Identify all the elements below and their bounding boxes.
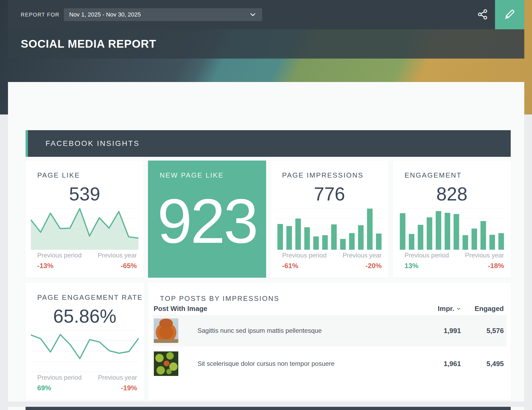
column-header-post: Post With Image [154,305,207,313]
kpi-card-row: PAGE LIKE 539 Previous period Previous y… [26,161,511,278]
share-button[interactable] [476,8,489,21]
next-section-sheet [8,407,524,410]
post-impressions-value: 1,961 [444,348,461,379]
prev-year-label: Previous year [343,252,382,259]
share-icon [477,17,489,21]
kpi-value: 828 [393,183,511,205]
chevron-down-icon [249,11,256,18]
prev-period-label: Previous period [37,252,82,259]
table-row[interactable]: Sagittis nunc sed ipsum mattis pellentes… [153,315,507,346]
kpi-value: 65.86% [26,306,144,327]
toolbar: REPORT FOR Nov 1, 2025 - Nov 30, 2025 [8,0,524,29]
post-thumbnail-image [154,351,178,376]
prev-year-delta: -18% [488,262,504,270]
post-text: Sit scelerisque dolor cursus non tempor … [197,348,335,379]
kpi-card-new-page-like: NEW PAGE LIKE 923 [148,161,266,278]
chevron-down-icon [456,305,461,313]
page-like-area-chart [31,208,138,250]
prev-year-delta: -20% [365,262,382,270]
prev-year-delta: -19% [121,384,137,392]
column-header-impressions-label: Impr. [438,305,454,313]
engagement-rate-line-chart [31,330,139,372]
prev-period-label: Previous period [282,252,327,259]
report-title-band: SOCIAL MEDIA REPORT [8,29,524,59]
kpi-value: 923 [148,190,266,252]
engagement-bar-chart [398,208,506,250]
prev-period-label: Previous period [405,252,449,259]
next-section-header-bar [26,407,511,410]
date-range-dropdown[interactable]: Nov 1, 2025 - Nov 30, 2025 [64,8,262,21]
kpi-card-engagement: ENGAGEMENT 828 Previous period Previous … [393,161,511,278]
prev-year-label: Previous year [465,252,504,259]
prev-year-label: Previous year [98,374,137,381]
prev-period-delta: -13% [37,262,53,270]
pencil-icon [503,18,517,22]
kpi-card-page-impressions: PAGE IMPRESSIONS 776 Previous period Pre… [270,161,389,278]
top-posts-title: TOP POSTS BY IMPRESSIONS [160,294,279,303]
kpi-card-page-engagement-rate: PAGE ENGAGEMENT RATE 65.86% Previous per… [26,283,144,400]
table-row[interactable]: Sit scelerisque dolor cursus non tempor … [153,348,507,379]
kpi-card-page-like: PAGE LIKE 539 Previous period Previous y… [26,161,144,278]
column-header-impressions-sort[interactable]: Impr. [438,305,461,313]
prev-period-delta: 13% [405,262,418,270]
report-page: REPORT FOR Nov 1, 2025 - Nov 30, 2025 [0,0,532,410]
edit-report-button[interactable] [495,0,524,29]
kpi-label: NEW PAGE LIKE [160,171,224,179]
kpi-label: PAGE LIKE [37,171,80,179]
prev-period-delta: 69% [37,384,51,392]
prev-year-label: Previous year [98,252,137,259]
top-posts-card: TOP POSTS BY IMPRESSIONS Post With Image… [148,283,511,400]
kpi-label: ENGAGEMENT [405,171,462,179]
report-sheet: FACEBOOK INSIGHTS PAGE LIKE 539 Previous… [8,82,524,401]
post-impressions-value: 1,991 [444,315,461,346]
post-thumbnail-image [154,318,178,343]
prev-year-delta: -65% [121,262,137,270]
report-for-label: REPORT FOR [21,0,59,29]
prev-period-delta: -61% [282,262,298,270]
post-engaged-value: 5,495 [486,348,504,379]
second-card-row: PAGE ENGAGEMENT RATE 65.86% Previous per… [26,283,511,400]
kpi-label: PAGE ENGAGEMENT RATE [37,293,143,302]
page-impressions-bar-chart [276,208,383,250]
kpi-label: PAGE IMPRESSIONS [282,171,364,179]
date-range-value: Nov 1, 2025 - Nov 30, 2025 [64,11,141,18]
section-header-facebook-insights: FACEBOOK INSIGHTS [26,130,511,157]
kpi-value: 776 [270,183,389,205]
post-text: Sagittis nunc sed ipsum mattis pellentes… [197,315,322,346]
page-title: SOCIAL MEDIA REPORT [21,29,156,59]
post-engaged-value: 5,576 [486,315,504,346]
prev-period-label: Previous period [37,374,82,381]
kpi-value: 539 [26,183,144,205]
section-title: FACEBOOK INSIGHTS [26,130,511,157]
column-header-engaged: Engaged [475,305,504,313]
